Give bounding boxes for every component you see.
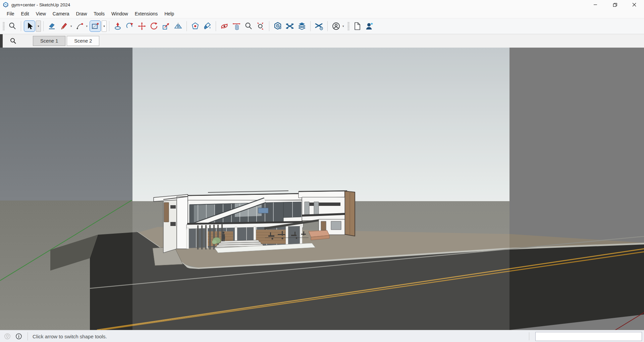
orbit-icon bbox=[220, 22, 229, 31]
select-dropdown[interactable]: ▾ bbox=[36, 20, 41, 32]
line-dropdown[interactable]: ▾ bbox=[70, 24, 72, 28]
model-canvas[interactable] bbox=[0, 48, 644, 330]
pushpull-tool-button[interactable] bbox=[112, 20, 123, 32]
arc-dropdown[interactable]: ▾ bbox=[86, 24, 88, 28]
tab-scene-1[interactable]: Scene 1 bbox=[33, 36, 65, 46]
info-icon[interactable] bbox=[15, 333, 22, 340]
model-viewport[interactable] bbox=[0, 48, 644, 330]
zoom-icon bbox=[244, 22, 253, 31]
extension-warehouse-icon bbox=[285, 22, 294, 31]
rectangle-icon bbox=[91, 22, 100, 31]
eraser-tool-button[interactable] bbox=[46, 20, 58, 32]
restore-button[interactable] bbox=[605, 0, 625, 9]
menu-tools[interactable]: Tools bbox=[90, 10, 108, 17]
title-bar: gym+center - SketchUp 2024 bbox=[0, 0, 644, 9]
rotate-tool-button[interactable] bbox=[148, 20, 160, 32]
new-file-icon bbox=[353, 22, 362, 31]
menu-window[interactable]: Window bbox=[108, 10, 131, 17]
scale-icon bbox=[162, 22, 170, 31]
pan-icon bbox=[232, 22, 241, 31]
extension-manager-icon bbox=[315, 22, 323, 31]
pushpull-icon bbox=[113, 22, 122, 31]
extension-manager-button[interactable] bbox=[313, 20, 325, 32]
scene-tab-bar: Scene 1 Scene 2 bbox=[0, 34, 644, 48]
status-message: Click arrow to switch shape tools. bbox=[33, 334, 107, 339]
offset-tool-button[interactable] bbox=[190, 20, 201, 32]
new-file-button[interactable] bbox=[352, 20, 363, 32]
pan-tool-button[interactable] bbox=[231, 20, 242, 32]
extension-warehouse-button[interactable] bbox=[284, 20, 296, 32]
menu-file[interactable]: File bbox=[3, 10, 18, 17]
status-bar: Click arrow to switch shape tools. bbox=[0, 330, 644, 342]
paint-tool-button[interactable] bbox=[202, 20, 213, 32]
offset-icon bbox=[191, 22, 200, 31]
toolbar-grip-2[interactable] bbox=[347, 22, 350, 31]
scene-search-icon[interactable] bbox=[9, 37, 17, 45]
menu-draw[interactable]: Draw bbox=[73, 10, 91, 17]
window-title: gym+center - SketchUp 2024 bbox=[11, 2, 70, 7]
rectangle-dropdown[interactable]: ▾ bbox=[102, 20, 107, 32]
tags-layers-button[interactable] bbox=[296, 20, 308, 32]
menu-edit[interactable]: Edit bbox=[18, 10, 33, 17]
search-icon bbox=[8, 22, 17, 31]
menu-camera[interactable]: Camera bbox=[49, 10, 73, 17]
scale-tool-button[interactable] bbox=[160, 20, 172, 32]
sketchup-logo-icon bbox=[3, 2, 9, 8]
warehouse-3d-button[interactable] bbox=[272, 20, 283, 32]
paint-bucket-icon bbox=[203, 22, 212, 31]
account-dropdown[interactable]: ▾ bbox=[342, 24, 344, 28]
account-button[interactable] bbox=[330, 20, 342, 32]
search-tool-button[interactable] bbox=[7, 20, 18, 32]
move-icon bbox=[138, 22, 146, 31]
backdrop-overlay-band bbox=[132, 48, 509, 330]
measurements-input[interactable] bbox=[535, 332, 642, 341]
menu-help[interactable]: Help bbox=[161, 10, 177, 17]
zoom-extents-tool-button[interactable] bbox=[255, 20, 266, 32]
rectangle-tool-button[interactable] bbox=[90, 20, 101, 32]
warehouse-3d-icon bbox=[273, 22, 282, 31]
line-pencil-icon bbox=[60, 22, 68, 31]
flip-icon bbox=[174, 22, 182, 31]
eraser-icon bbox=[48, 22, 56, 31]
geolocation-icon[interactable] bbox=[4, 333, 11, 340]
followme-icon bbox=[125, 22, 134, 31]
toolbar: ▾ ▾ ▾ ▾ bbox=[0, 18, 644, 34]
menu-view[interactable]: View bbox=[33, 10, 49, 17]
rotate-icon bbox=[150, 22, 158, 31]
line-tool-button[interactable] bbox=[58, 20, 70, 32]
minimize-button[interactable] bbox=[586, 0, 605, 9]
tags-layers-icon bbox=[298, 22, 306, 31]
zoom-tool-button[interactable] bbox=[243, 20, 254, 32]
orbit-tool-button[interactable] bbox=[219, 20, 230, 32]
close-button[interactable] bbox=[625, 0, 644, 9]
toolbar-grip[interactable] bbox=[3, 22, 5, 31]
viewport-left-edge bbox=[0, 34, 3, 48]
menu-bar: File Edit View Camera Draw Tools Window … bbox=[0, 9, 644, 18]
select-icon bbox=[25, 22, 34, 31]
zoom-extents-icon bbox=[256, 22, 265, 31]
add-person-icon bbox=[365, 22, 374, 31]
arc-tool-button[interactable] bbox=[74, 20, 86, 32]
add-person-button[interactable] bbox=[364, 20, 375, 32]
select-tool-button[interactable] bbox=[24, 20, 35, 32]
arc-icon bbox=[75, 22, 84, 31]
followme-tool-button[interactable] bbox=[124, 20, 136, 32]
menu-extensions[interactable]: Extensions bbox=[131, 10, 161, 17]
account-icon bbox=[332, 22, 340, 31]
flip-tool-button[interactable] bbox=[172, 20, 184, 32]
move-tool-button[interactable] bbox=[136, 20, 148, 32]
tab-scene-2[interactable]: Scene 2 bbox=[67, 36, 99, 46]
